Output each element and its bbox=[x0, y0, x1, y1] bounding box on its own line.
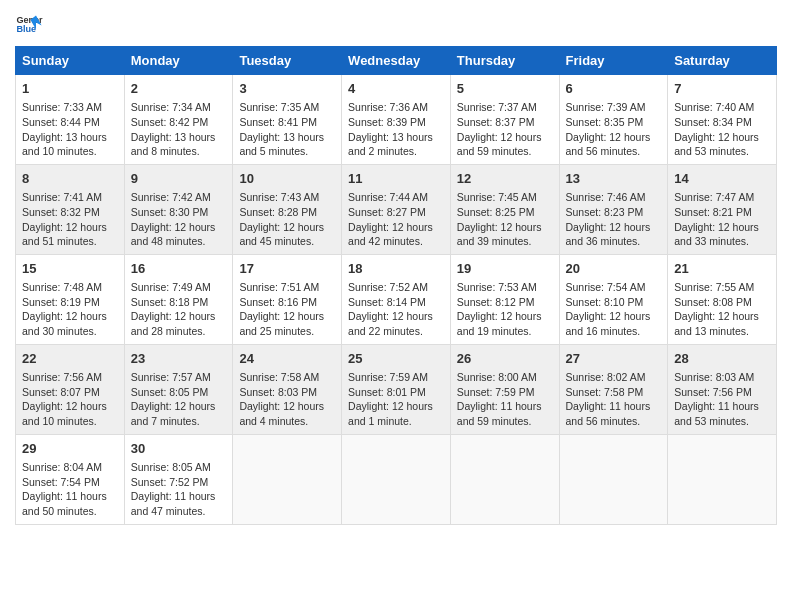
day-number: 28 bbox=[674, 350, 770, 368]
sunset-text: Sunset: 8:42 PM bbox=[131, 115, 227, 130]
calendar-cell: 22Sunrise: 7:56 AMSunset: 8:07 PMDayligh… bbox=[16, 344, 125, 434]
sunrise-text: Sunrise: 7:39 AM bbox=[566, 100, 662, 115]
daylight-text: Daylight: 13 hours and 2 minutes. bbox=[348, 130, 444, 159]
day-number: 29 bbox=[22, 440, 118, 458]
calendar-cell: 9Sunrise: 7:42 AMSunset: 8:30 PMDaylight… bbox=[124, 164, 233, 254]
daylight-text: Daylight: 12 hours and 51 minutes. bbox=[22, 220, 118, 249]
col-header-sunday: Sunday bbox=[16, 47, 125, 75]
calendar-cell: 17Sunrise: 7:51 AMSunset: 8:16 PMDayligh… bbox=[233, 254, 342, 344]
day-number: 16 bbox=[131, 260, 227, 278]
day-number: 13 bbox=[566, 170, 662, 188]
sunset-text: Sunset: 8:39 PM bbox=[348, 115, 444, 130]
calendar-cell: 6Sunrise: 7:39 AMSunset: 8:35 PMDaylight… bbox=[559, 75, 668, 165]
calendar-cell bbox=[559, 434, 668, 524]
sunrise-text: Sunrise: 7:59 AM bbox=[348, 370, 444, 385]
calendar-week-row: 22Sunrise: 7:56 AMSunset: 8:07 PMDayligh… bbox=[16, 344, 777, 434]
sunrise-text: Sunrise: 7:48 AM bbox=[22, 280, 118, 295]
calendar-cell bbox=[342, 434, 451, 524]
sunset-text: Sunset: 8:35 PM bbox=[566, 115, 662, 130]
daylight-text: Daylight: 12 hours and 45 minutes. bbox=[239, 220, 335, 249]
calendar-week-row: 15Sunrise: 7:48 AMSunset: 8:19 PMDayligh… bbox=[16, 254, 777, 344]
day-number: 7 bbox=[674, 80, 770, 98]
calendar-cell: 25Sunrise: 7:59 AMSunset: 8:01 PMDayligh… bbox=[342, 344, 451, 434]
calendar-cell: 26Sunrise: 8:00 AMSunset: 7:59 PMDayligh… bbox=[450, 344, 559, 434]
sunset-text: Sunset: 7:59 PM bbox=[457, 385, 553, 400]
sunset-text: Sunset: 8:14 PM bbox=[348, 295, 444, 310]
day-number: 22 bbox=[22, 350, 118, 368]
sunset-text: Sunset: 8:44 PM bbox=[22, 115, 118, 130]
sunrise-text: Sunrise: 8:04 AM bbox=[22, 460, 118, 475]
daylight-text: Daylight: 12 hours and 59 minutes. bbox=[457, 130, 553, 159]
col-header-thursday: Thursday bbox=[450, 47, 559, 75]
calendar-cell: 29Sunrise: 8:04 AMSunset: 7:54 PMDayligh… bbox=[16, 434, 125, 524]
sunset-text: Sunset: 8:37 PM bbox=[457, 115, 553, 130]
daylight-text: Daylight: 12 hours and 36 minutes. bbox=[566, 220, 662, 249]
day-number: 15 bbox=[22, 260, 118, 278]
day-number: 23 bbox=[131, 350, 227, 368]
calendar-cell: 23Sunrise: 7:57 AMSunset: 8:05 PMDayligh… bbox=[124, 344, 233, 434]
sunset-text: Sunset: 8:27 PM bbox=[348, 205, 444, 220]
daylight-text: Daylight: 12 hours and 22 minutes. bbox=[348, 309, 444, 338]
day-number: 12 bbox=[457, 170, 553, 188]
calendar-cell: 15Sunrise: 7:48 AMSunset: 8:19 PMDayligh… bbox=[16, 254, 125, 344]
sunrise-text: Sunrise: 8:02 AM bbox=[566, 370, 662, 385]
daylight-text: Daylight: 12 hours and 25 minutes. bbox=[239, 309, 335, 338]
calendar-cell: 30Sunrise: 8:05 AMSunset: 7:52 PMDayligh… bbox=[124, 434, 233, 524]
sunset-text: Sunset: 7:52 PM bbox=[131, 475, 227, 490]
sunset-text: Sunset: 8:25 PM bbox=[457, 205, 553, 220]
daylight-text: Daylight: 12 hours and 33 minutes. bbox=[674, 220, 770, 249]
sunset-text: Sunset: 8:28 PM bbox=[239, 205, 335, 220]
calendar-cell: 7Sunrise: 7:40 AMSunset: 8:34 PMDaylight… bbox=[668, 75, 777, 165]
day-number: 18 bbox=[348, 260, 444, 278]
day-number: 24 bbox=[239, 350, 335, 368]
sunrise-text: Sunrise: 7:42 AM bbox=[131, 190, 227, 205]
sunset-text: Sunset: 8:19 PM bbox=[22, 295, 118, 310]
daylight-text: Daylight: 11 hours and 50 minutes. bbox=[22, 489, 118, 518]
sunset-text: Sunset: 8:21 PM bbox=[674, 205, 770, 220]
calendar-cell: 8Sunrise: 7:41 AMSunset: 8:32 PMDaylight… bbox=[16, 164, 125, 254]
calendar-cell: 10Sunrise: 7:43 AMSunset: 8:28 PMDayligh… bbox=[233, 164, 342, 254]
day-number: 2 bbox=[131, 80, 227, 98]
daylight-text: Daylight: 12 hours and 10 minutes. bbox=[22, 399, 118, 428]
calendar-cell: 27Sunrise: 8:02 AMSunset: 7:58 PMDayligh… bbox=[559, 344, 668, 434]
sunrise-text: Sunrise: 7:49 AM bbox=[131, 280, 227, 295]
calendar-cell: 13Sunrise: 7:46 AMSunset: 8:23 PMDayligh… bbox=[559, 164, 668, 254]
day-number: 26 bbox=[457, 350, 553, 368]
sunrise-text: Sunrise: 7:40 AM bbox=[674, 100, 770, 115]
sunrise-text: Sunrise: 7:37 AM bbox=[457, 100, 553, 115]
day-number: 3 bbox=[239, 80, 335, 98]
calendar-cell: 12Sunrise: 7:45 AMSunset: 8:25 PMDayligh… bbox=[450, 164, 559, 254]
calendar-week-row: 1Sunrise: 7:33 AMSunset: 8:44 PMDaylight… bbox=[16, 75, 777, 165]
calendar-header-row: SundayMondayTuesdayWednesdayThursdayFrid… bbox=[16, 47, 777, 75]
day-number: 10 bbox=[239, 170, 335, 188]
sunset-text: Sunset: 7:58 PM bbox=[566, 385, 662, 400]
col-header-friday: Friday bbox=[559, 47, 668, 75]
calendar-cell: 14Sunrise: 7:47 AMSunset: 8:21 PMDayligh… bbox=[668, 164, 777, 254]
sunrise-text: Sunrise: 7:35 AM bbox=[239, 100, 335, 115]
sunrise-text: Sunrise: 7:53 AM bbox=[457, 280, 553, 295]
day-number: 14 bbox=[674, 170, 770, 188]
col-header-wednesday: Wednesday bbox=[342, 47, 451, 75]
daylight-text: Daylight: 12 hours and 42 minutes. bbox=[348, 220, 444, 249]
sunrise-text: Sunrise: 7:41 AM bbox=[22, 190, 118, 205]
logo-icon: General Blue bbox=[15, 10, 43, 38]
daylight-text: Daylight: 12 hours and 28 minutes. bbox=[131, 309, 227, 338]
calendar-cell: 28Sunrise: 8:03 AMSunset: 7:56 PMDayligh… bbox=[668, 344, 777, 434]
calendar-cell: 16Sunrise: 7:49 AMSunset: 8:18 PMDayligh… bbox=[124, 254, 233, 344]
sunset-text: Sunset: 8:07 PM bbox=[22, 385, 118, 400]
calendar-week-row: 29Sunrise: 8:04 AMSunset: 7:54 PMDayligh… bbox=[16, 434, 777, 524]
day-number: 21 bbox=[674, 260, 770, 278]
daylight-text: Daylight: 12 hours and 30 minutes. bbox=[22, 309, 118, 338]
sunset-text: Sunset: 8:05 PM bbox=[131, 385, 227, 400]
page-header: General Blue bbox=[15, 10, 777, 38]
calendar-cell: 18Sunrise: 7:52 AMSunset: 8:14 PMDayligh… bbox=[342, 254, 451, 344]
day-number: 20 bbox=[566, 260, 662, 278]
day-number: 11 bbox=[348, 170, 444, 188]
day-number: 19 bbox=[457, 260, 553, 278]
sunset-text: Sunset: 7:54 PM bbox=[22, 475, 118, 490]
daylight-text: Daylight: 11 hours and 47 minutes. bbox=[131, 489, 227, 518]
sunrise-text: Sunrise: 7:52 AM bbox=[348, 280, 444, 295]
sunrise-text: Sunrise: 7:36 AM bbox=[348, 100, 444, 115]
day-number: 6 bbox=[566, 80, 662, 98]
daylight-text: Daylight: 12 hours and 13 minutes. bbox=[674, 309, 770, 338]
